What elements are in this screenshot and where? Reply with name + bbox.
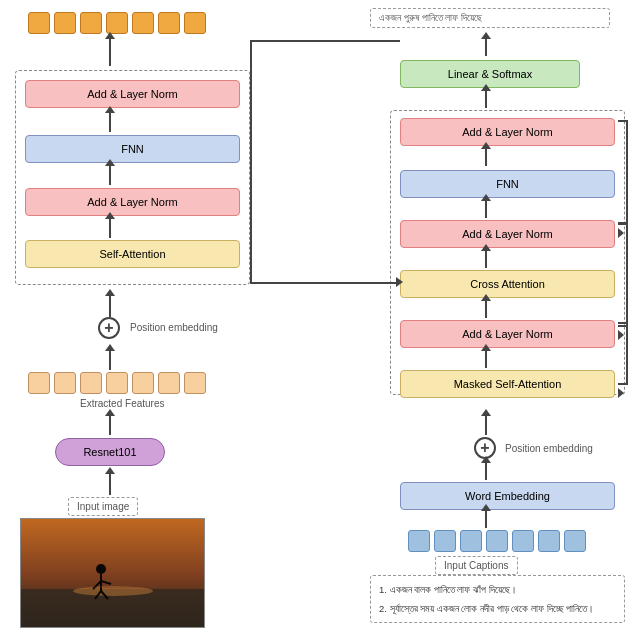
add-norm-mid-left: Add & Layer Norm — [25, 188, 240, 216]
bsq4 — [486, 530, 508, 552]
extracted-label: Extracted Features — [80, 398, 164, 409]
input-captions-label: Input Captions — [435, 556, 518, 575]
plus-circle-left: + — [98, 317, 120, 339]
fsq6 — [158, 372, 180, 394]
arrow-addnormmid-fnn — [109, 165, 111, 185]
extracted-squares — [28, 372, 206, 394]
sq4 — [106, 12, 128, 34]
add-norm-mid-right: Add & Layer Norm — [400, 220, 615, 248]
output-squares — [28, 12, 206, 34]
arrow-resnet-feat — [109, 415, 111, 435]
fsq2 — [54, 372, 76, 394]
sq5 — [132, 12, 154, 34]
arrow-selfattn-addnorm — [109, 218, 111, 238]
input-squares-right — [408, 530, 586, 552]
masked-self-attention-block: Masked Self-Attention — [400, 370, 615, 398]
sq2 — [54, 12, 76, 34]
fnn-right: FNN — [400, 170, 615, 198]
fsq3 — [80, 372, 102, 394]
residual-right-top — [618, 120, 628, 225]
word-embedding-block: Word Embedding — [400, 482, 615, 510]
fsq1 — [28, 372, 50, 394]
residual-right-mid — [618, 222, 628, 327]
arrow-enc-out — [109, 38, 111, 66]
sq7 — [184, 12, 206, 34]
bsq2 — [434, 530, 456, 552]
arrow-feat-plus — [109, 350, 111, 370]
caption-list: 1. একজন বালক পানিতে লাফ ঝাঁপ দিয়েছে। 2.… — [370, 575, 625, 623]
position-label-left: Position embedding — [130, 322, 218, 333]
list-item-2: 2. সূর্যাস্তের সময় একজন লোক নদীর পাড় থ… — [379, 601, 616, 616]
add-norm-bot-right: Add & Layer Norm — [400, 320, 615, 348]
list-item-1: 1. একজন বালক পানিতে লাফ ঝাঁপ দিয়েছে। — [379, 582, 616, 597]
decoder-box — [390, 110, 625, 395]
fsq5 — [132, 372, 154, 394]
arrow-plusright-masked — [485, 415, 487, 435]
input-image — [20, 518, 205, 628]
self-attention-left: Self-Attention — [25, 240, 240, 268]
residual-right-bot — [618, 322, 628, 385]
bsq1 — [408, 530, 430, 552]
arrow-addnormbot-crossattn — [485, 300, 487, 318]
sq6 — [158, 12, 180, 34]
image-svg — [21, 519, 205, 628]
cross-attention-block: Cross Attention — [400, 270, 615, 298]
arrow-plus-selfattn — [109, 295, 111, 317]
arrow-addnorm-linear — [485, 90, 487, 108]
bsq6 — [538, 530, 560, 552]
svg-point-3 — [96, 564, 106, 574]
arrow-maskedattn-addnorm — [485, 350, 487, 368]
arrow-crossattn-addnorm — [485, 250, 487, 268]
bsq5 — [512, 530, 534, 552]
bsq7 — [564, 530, 586, 552]
fsq7 — [184, 372, 206, 394]
bsq3 — [460, 530, 482, 552]
bengali-output: একজন পুরুষ পানিতে লাফ দিয়েছে — [370, 8, 610, 28]
input-image-label: Input image — [68, 497, 138, 516]
arrow-wordemb-plus — [485, 462, 487, 480]
arrow-img-resnet — [109, 473, 111, 495]
add-norm-top-left: Add & Layer Norm — [25, 80, 240, 108]
arrow-fnn-addnorm — [109, 112, 111, 132]
arrow-linear-output — [485, 38, 487, 56]
encoder-to-cross-line — [250, 282, 400, 284]
arrow-inputsq-wordemb — [485, 510, 487, 528]
encoder-to-decoder-vert — [250, 40, 252, 282]
residual-arrow-3 — [618, 388, 624, 398]
add-norm-top-right: Add & Layer Norm — [400, 118, 615, 146]
sq1 — [28, 12, 50, 34]
arrow-addnormmid-fnn-right — [485, 200, 487, 218]
arrow-fnn-addnorm-right — [485, 148, 487, 166]
resnet-block: Resnet101 — [55, 438, 165, 466]
encoder-to-decoder-line — [250, 40, 400, 42]
position-label-right: Position embedding — [505, 443, 593, 454]
fsq4 — [106, 372, 128, 394]
sq3 — [80, 12, 102, 34]
fnn-left: FNN — [25, 135, 240, 163]
encoder-cross-arrowhead — [396, 277, 403, 287]
